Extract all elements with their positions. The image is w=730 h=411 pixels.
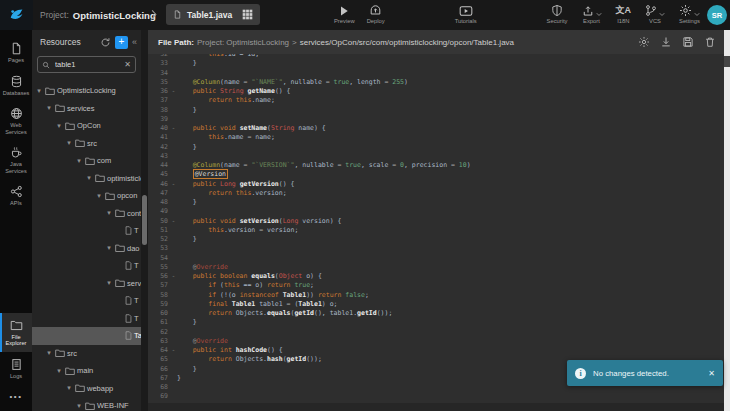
tree-caret-icon[interactable]: ▾ xyxy=(45,104,53,112)
code-line[interactable]: 37 return this.name; xyxy=(148,96,724,105)
code-line[interactable]: 62 xyxy=(148,328,724,337)
tree-item-webapp[interactable]: ▾webapp xyxy=(32,380,141,398)
code-line[interactable]: 48 } xyxy=(148,198,724,207)
tree-item-main[interactable]: ▾main xyxy=(32,362,141,380)
code-line[interactable]: 33 } xyxy=(148,59,724,68)
code-line[interactable]: 52 } xyxy=(148,235,724,244)
fold-marker-icon[interactable]: - xyxy=(170,180,177,189)
fold-marker-icon[interactable]: - xyxy=(170,124,177,133)
tree-caret-icon[interactable]: ▾ xyxy=(55,122,63,130)
code-line[interactable]: 58 if (!(o instanceof Table1)) return fa… xyxy=(148,291,724,300)
tree-item-com[interactable]: ▾com xyxy=(32,152,141,170)
tree-item-t[interactable]: T xyxy=(32,310,141,328)
tree-caret-icon[interactable]: ▾ xyxy=(95,192,103,200)
tree-item-optimisticlocking[interactable]: ▾OptimisticLocking xyxy=(32,82,141,100)
sidebar-item-databases[interactable]: Databases xyxy=(0,69,32,102)
save-icon[interactable] xyxy=(682,36,694,48)
clear-search-icon[interactable]: ✕ xyxy=(124,60,131,69)
tree-item-src[interactable]: ▾src xyxy=(32,135,141,153)
avatar[interactable]: SR xyxy=(707,5,727,25)
toolbar-deploy[interactable]: Deploy xyxy=(367,3,385,24)
tree-item-optimisticlock[interactable]: ▾optimisticlock xyxy=(32,170,141,188)
code-line[interactable]: 51 this.version = version; xyxy=(148,226,724,235)
more-icon[interactable]: ••• xyxy=(0,384,32,411)
code-line[interactable]: 36- public String getName() { xyxy=(148,87,724,96)
tree-item-t[interactable]: T xyxy=(32,222,141,240)
sidebar-item-apis[interactable]: APIs xyxy=(0,179,32,212)
collapse-panel-icon[interactable]: « xyxy=(132,37,137,47)
tree-caret-icon[interactable]: ▾ xyxy=(45,349,53,357)
tree-caret-icon[interactable]: ▾ xyxy=(75,402,83,410)
code-line[interactable]: 34 xyxy=(148,69,724,78)
code-line[interactable]: 39 xyxy=(148,115,724,124)
toolbar-settings[interactable]: Settings xyxy=(679,3,700,24)
code-line[interactable]: 45 @Version xyxy=(148,170,724,179)
toast-close-icon[interactable] xyxy=(708,369,715,378)
add-resource-button[interactable]: + xyxy=(115,36,128,49)
tree-caret-icon[interactable]: ▾ xyxy=(65,139,73,147)
page-scrollbar-thumb[interactable] xyxy=(724,56,730,67)
code-line[interactable]: 56- public boolean equals(Object o) { xyxy=(148,272,724,281)
settings-gear-icon[interactable] xyxy=(638,36,650,48)
sidebar-item-file-explorer[interactable]: File Explorer xyxy=(0,313,32,352)
code-line[interactable]: 42 } xyxy=(148,143,724,152)
toolbar-tutorials[interactable]: Tutorials xyxy=(455,3,477,24)
tree-caret-icon[interactable]: ▾ xyxy=(75,157,83,165)
toolbar-security[interactable]: Security xyxy=(547,3,568,24)
code-line[interactable]: 60 return Objects.equals(getId(), table1… xyxy=(148,309,724,318)
page-scrollbar[interactable] xyxy=(724,30,730,411)
toolbar-preview[interactable]: Preview xyxy=(334,3,355,24)
tree-caret-icon[interactable]: ▾ xyxy=(105,209,113,217)
code-line[interactable]: 46- public Long getVersion() { xyxy=(148,180,724,189)
code-line[interactable]: 69 xyxy=(148,392,724,401)
sidebar-item-java-services[interactable]: Java Services xyxy=(0,140,32,179)
tree-caret-icon[interactable]: ▾ xyxy=(105,279,113,287)
code-line[interactable]: 61 } xyxy=(148,318,724,327)
code-line[interactable]: 57 if (this == o) return true; xyxy=(148,281,724,290)
fold-marker-icon[interactable]: - xyxy=(170,346,177,355)
code-line[interactable]: 40- public void setName(String name) { xyxy=(148,124,724,133)
code-line[interactable]: 38 } xyxy=(148,106,724,115)
code-line[interactable]: 55 @Override xyxy=(148,263,724,272)
tree-item-services[interactable]: ▾services xyxy=(32,100,141,118)
code-line[interactable]: 47 return this.version; xyxy=(148,189,724,198)
fold-marker-icon[interactable]: - xyxy=(170,217,177,226)
sidebar-item-pages[interactable]: Pages xyxy=(0,36,32,69)
tree-scrollbar[interactable] xyxy=(141,30,148,411)
tree-item-t[interactable]: T xyxy=(32,257,141,275)
code-line[interactable]: 41 this.name = name; xyxy=(148,133,724,142)
grid-view-icon[interactable] xyxy=(242,9,253,20)
fold-marker-icon[interactable]: - xyxy=(170,272,177,281)
code-line[interactable]: 49 xyxy=(148,207,724,216)
code-line[interactable]: 64- public int hashCode() { xyxy=(148,346,724,355)
code-line[interactable]: 54 xyxy=(148,254,724,263)
toolbar-i18n[interactable]: 文AI18N xyxy=(616,3,632,24)
code-line[interactable]: 53 xyxy=(148,244,724,253)
tree-item-web-inf[interactable]: ▾WEB-INF xyxy=(32,397,141,411)
refresh-icon[interactable] xyxy=(100,37,111,48)
code-line[interactable]: 59 final Table1 table1 = (Table1) o; xyxy=(148,300,724,309)
sidebar-item-logs[interactable]: Logs xyxy=(0,352,32,385)
tree-item-t[interactable]: T xyxy=(32,292,141,310)
tree-caret-icon[interactable]: ▾ xyxy=(35,87,43,95)
tree-item-servi[interactable]: ▾servi xyxy=(32,275,141,293)
tree-caret-icon[interactable]: ▾ xyxy=(65,384,73,392)
code-editor[interactable]: 32 this.id = id;33 }3435 @Column(name = … xyxy=(148,54,724,403)
tree-item-opcon[interactable]: ▾OpCon xyxy=(32,117,141,135)
code-line[interactable]: 43 xyxy=(148,152,724,161)
search-input[interactable] xyxy=(53,59,121,70)
tree-item-table1[interactable]: Table1 xyxy=(32,327,141,345)
code-line[interactable]: 63 @Override xyxy=(148,337,724,346)
fold-marker-icon[interactable]: - xyxy=(170,87,177,96)
toolbar-export[interactable]: Export xyxy=(582,3,602,24)
open-file-tab[interactable]: Table1.java xyxy=(166,4,260,25)
sidebar-item-web-services[interactable]: Web Services xyxy=(0,101,32,140)
tree-item-cont[interactable]: ▾cont xyxy=(32,205,141,223)
download-icon[interactable] xyxy=(660,36,672,48)
code-line[interactable]: 35 @Column(name = "`NAME`", nullable = t… xyxy=(148,78,724,87)
delete-trash-icon[interactable] xyxy=(704,36,716,48)
tree-caret-icon[interactable]: ▾ xyxy=(85,174,93,182)
tree-item-src[interactable]: ▾src xyxy=(32,345,141,363)
code-line[interactable]: 50- public void setVersion(Long version)… xyxy=(148,217,724,226)
code-line[interactable]: 44 @Column(name = "`VERSION`", nullable … xyxy=(148,161,724,170)
